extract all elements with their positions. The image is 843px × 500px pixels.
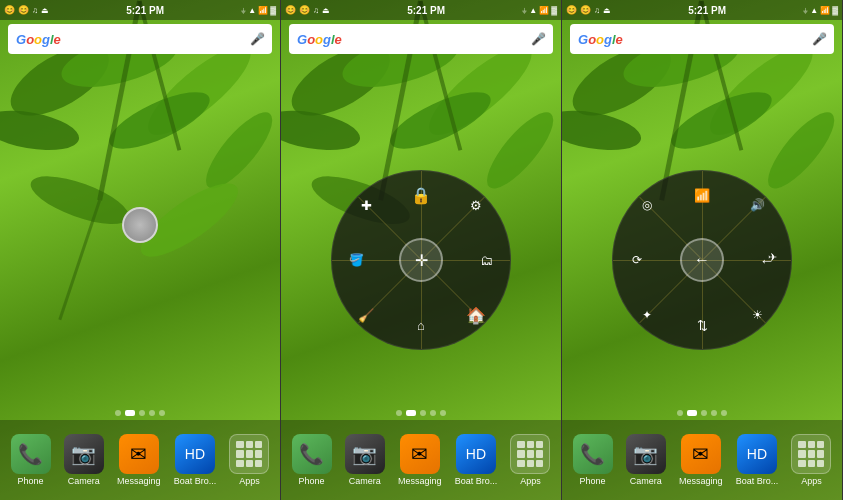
menu-home2-icon[interactable]: ⌂ bbox=[407, 311, 435, 339]
mic-icon-3[interactable]: 🎤 bbox=[812, 32, 826, 46]
boat-label-3: Boat Bro... bbox=[736, 476, 779, 486]
messaging-icon-2: ✉ bbox=[400, 434, 440, 474]
menu-center-btn-3[interactable]: ← bbox=[680, 238, 724, 282]
status-right-icons-2: ⏚ ▲ 📶 ▓ bbox=[522, 6, 557, 15]
search-bar-1[interactable]: Google 🎤 bbox=[8, 24, 272, 54]
menu-manager-icon[interactable]: 🗂 bbox=[472, 246, 500, 274]
signal-icon-1: 📶 bbox=[258, 6, 268, 15]
mic-icon-2[interactable]: 🎤 bbox=[531, 32, 545, 46]
nav-dot-4[interactable] bbox=[149, 410, 155, 416]
status-left-icons-1: 😊 😊 ♫ ⏏ bbox=[4, 5, 49, 15]
dock-2: 📞 Phone 📷 Camera ✉ Messaging HD Boat Bro… bbox=[281, 420, 561, 500]
dock-apps-2[interactable]: Apps bbox=[510, 434, 550, 486]
dock-apps-3[interactable]: Apps bbox=[791, 434, 831, 486]
svg-point-5 bbox=[196, 103, 280, 197]
circle-outer-3: 📶 🔊 ← ☀ ⇅ ✦ ⟳ ◎ ✈ ← bbox=[612, 170, 792, 350]
status-icon-2d: ⏏ bbox=[322, 6, 330, 15]
menu-wifi-icon[interactable]: 📶 bbox=[688, 181, 716, 209]
menu-gps-icon[interactable]: ◎ bbox=[633, 191, 661, 219]
menu-airplane-icon[interactable]: ✈ bbox=[758, 243, 786, 271]
search-bar-3[interactable]: Google 🎤 bbox=[570, 24, 834, 54]
phone-label-3: Phone bbox=[580, 476, 606, 486]
dock-boat-2[interactable]: HD Boat Bro... bbox=[455, 434, 498, 486]
nav-dots-1 bbox=[0, 410, 280, 416]
nav-dot-1[interactable] bbox=[115, 410, 121, 416]
apps-icon-2 bbox=[510, 434, 550, 474]
nav-dot-3-3[interactable] bbox=[701, 410, 707, 416]
messaging-label-1: Messaging bbox=[117, 476, 161, 486]
nav-dot-3-1[interactable] bbox=[677, 410, 683, 416]
apps-label-2: Apps bbox=[520, 476, 541, 486]
nav-dot-3-4[interactable] bbox=[711, 410, 717, 416]
camera-label-2: Camera bbox=[349, 476, 381, 486]
nav-dot-3[interactable] bbox=[139, 410, 145, 416]
apps-label-1: Apps bbox=[239, 476, 260, 486]
dock-boat-1[interactable]: HD Boat Bro... bbox=[174, 434, 217, 486]
messaging-icon-3: ✉ bbox=[681, 434, 721, 474]
nav-dot-3-2[interactable] bbox=[687, 410, 697, 416]
circle-menu-2: 🔒 ⚙ 🗂 🏠 ⌂ 🧹 🪣 ✚ ✛ bbox=[331, 170, 511, 350]
menu-center-btn[interactable]: ✛ bbox=[399, 238, 443, 282]
dock-phone-1[interactable]: 📞 Phone bbox=[11, 434, 51, 486]
phone-icon-3: 📞 bbox=[573, 434, 613, 474]
search-bar-2[interactable]: Google 🎤 bbox=[289, 24, 553, 54]
menu-home-icon[interactable]: 🏠 bbox=[462, 301, 490, 329]
boat-icon-1: HD bbox=[175, 434, 215, 474]
status-right-icons-1: ⏚ ▲ 📶 ▓ bbox=[241, 6, 276, 15]
status-icon-3c: ♫ bbox=[594, 6, 600, 15]
nav-dot-2-5[interactable] bbox=[440, 410, 446, 416]
camera-icon-2: 📷 bbox=[345, 434, 385, 474]
widget-circle-1[interactable] bbox=[122, 207, 158, 243]
nav-dot-2-2[interactable] bbox=[406, 410, 416, 416]
nav-dots-2 bbox=[281, 410, 561, 416]
google-logo-1: Google bbox=[16, 32, 250, 47]
signal-icon-3: 📶 bbox=[820, 6, 830, 15]
menu-center-icon-3: ← bbox=[694, 251, 710, 269]
menu-rotate-icon[interactable]: ⟳ bbox=[623, 246, 651, 274]
menu-settings-icon[interactable]: ⚙ bbox=[462, 191, 490, 219]
status-icon-1: 😊 bbox=[4, 5, 15, 15]
status-icon-2c: ♫ bbox=[313, 6, 319, 15]
nav-dot-2-active[interactable] bbox=[125, 410, 135, 416]
nav-dot-5[interactable] bbox=[159, 410, 165, 416]
menu-volume-icon[interactable]: 🔊 bbox=[743, 191, 771, 219]
status-icon-4: ⏏ bbox=[41, 6, 49, 15]
menu-add-icon[interactable]: ✚ bbox=[352, 191, 380, 219]
circle-outer-2: 🔒 ⚙ 🗂 🏠 ⌂ 🧹 🪣 ✚ ✛ bbox=[331, 170, 511, 350]
menu-brightness-icon[interactable]: ☀ bbox=[743, 301, 771, 329]
usb-icon-3: ⏚ bbox=[803, 6, 808, 15]
google-logo-3: Google bbox=[578, 32, 812, 47]
mic-icon-1[interactable]: 🎤 bbox=[250, 32, 264, 46]
dock-messaging-2[interactable]: ✉ Messaging bbox=[398, 434, 442, 486]
nav-dot-2-3[interactable] bbox=[420, 410, 426, 416]
dock-3: 📞 Phone 📷 Camera ✉ Messaging HD Boat Bro… bbox=[562, 420, 842, 500]
menu-bluetooth-icon[interactable]: ✦ bbox=[633, 301, 661, 329]
dock-messaging-1[interactable]: ✉ Messaging bbox=[117, 434, 161, 486]
svg-line-10 bbox=[60, 200, 100, 320]
dock-boat-3[interactable]: HD Boat Bro... bbox=[736, 434, 779, 486]
messaging-label-3: Messaging bbox=[679, 476, 723, 486]
dock-camera-2[interactable]: 📷 Camera bbox=[345, 434, 385, 486]
messaging-icon-1: ✉ bbox=[119, 434, 159, 474]
dock-apps-1[interactable]: Apps bbox=[229, 434, 269, 486]
camera-icon-3: 📷 bbox=[626, 434, 666, 474]
dock-camera-3[interactable]: 📷 Camera bbox=[626, 434, 666, 486]
menu-clean-icon[interactable]: 🧹 bbox=[352, 301, 380, 329]
nav-dot-2-4[interactable] bbox=[430, 410, 436, 416]
menu-sort-icon[interactable]: ⇅ bbox=[688, 311, 716, 339]
nav-dot-3-5[interactable] bbox=[721, 410, 727, 416]
menu-lock-icon[interactable]: 🔒 bbox=[407, 181, 435, 209]
boat-label-2: Boat Bro... bbox=[455, 476, 498, 486]
usb-icon-1: ⏚ bbox=[241, 6, 246, 15]
boat-label-1: Boat Bro... bbox=[174, 476, 217, 486]
boat-icon-3: HD bbox=[737, 434, 777, 474]
battery-icon-3: ▓ bbox=[832, 6, 838, 15]
dock-phone-3[interactable]: 📞 Phone bbox=[573, 434, 613, 486]
dock-camera-1[interactable]: 📷 Camera bbox=[64, 434, 104, 486]
dock-messaging-3[interactable]: ✉ Messaging bbox=[679, 434, 723, 486]
menu-clean2-icon[interactable]: 🪣 bbox=[342, 246, 370, 274]
status-bar-1: 😊 😊 ♫ ⏏ 5:21 PM ⏚ ▲ 📶 ▓ bbox=[0, 0, 280, 20]
dock-phone-2[interactable]: 📞 Phone bbox=[292, 434, 332, 486]
messaging-label-2: Messaging bbox=[398, 476, 442, 486]
nav-dot-2-1[interactable] bbox=[396, 410, 402, 416]
